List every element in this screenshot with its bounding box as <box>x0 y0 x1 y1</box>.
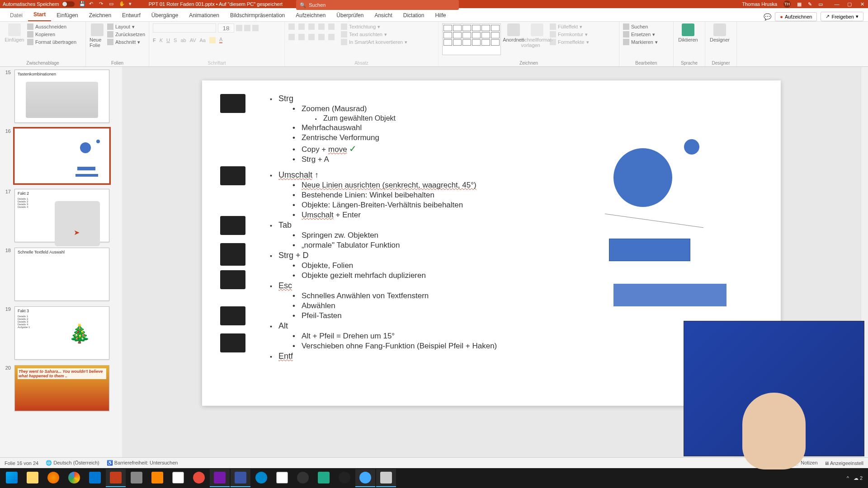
justify-icon[interactable] <box>318 34 325 40</box>
font-size-input[interactable] <box>218 23 234 33</box>
shape-circle-large[interactable] <box>613 148 672 207</box>
tab-view[interactable]: Ansicht <box>369 9 397 21</box>
ribbon-display-icon[interactable]: ▦ <box>797 1 802 7</box>
save-icon[interactable]: 💾 <box>79 1 85 7</box>
comments-icon[interactable]: 💬 <box>764 13 771 20</box>
italic-button[interactable]: K <box>160 38 163 43</box>
shape-rect-2[interactable] <box>613 284 726 306</box>
language-button[interactable]: 🌐 Deutsch (Österreich) <box>46 460 99 466</box>
taskbar-obs[interactable] <box>293 469 313 487</box>
undo-icon[interactable]: ↶ <box>89 1 95 7</box>
share-button[interactable]: ↗Freigeben▾ <box>821 12 863 21</box>
cut-button[interactable]: Ausschneiden <box>27 23 76 30</box>
shadow-button[interactable]: ab <box>180 38 186 43</box>
font-family-input[interactable] <box>153 23 216 33</box>
quick-styles-button[interactable]: Schnellformat-vorlagen <box>526 23 548 48</box>
user-name[interactable]: Thomas Hruska <box>742 1 777 7</box>
dictate-button[interactable]: Diktieren <box>677 23 699 42</box>
tab-dictation[interactable]: Dictation <box>398 9 430 21</box>
format-painter-button[interactable]: Format übertragen <box>27 39 76 45</box>
taskbar-app7[interactable] <box>355 469 375 487</box>
window-icon[interactable]: ▭ <box>818 1 823 7</box>
search-box[interactable]: 🔍 Suchen <box>296 0 459 10</box>
select-button[interactable]: Markieren ▾ <box>623 39 658 45</box>
copy-button[interactable]: Kopieren <box>27 31 76 38</box>
shapes-gallery[interactable] <box>442 23 501 55</box>
increase-indent-icon[interactable] <box>318 23 325 30</box>
increase-font-icon[interactable] <box>236 25 242 31</box>
replace-button[interactable]: Ersetzen ▾ <box>623 31 658 38</box>
tab-draw[interactable]: Zeichnen <box>84 9 117 21</box>
taskbar-app8[interactable] <box>376 469 396 487</box>
shape-effects-button[interactable]: Formeffekte ▾ <box>550 39 589 45</box>
line-spacing-icon[interactable] <box>328 23 335 30</box>
taskbar-firefox[interactable] <box>43 469 63 487</box>
paste-button[interactable]: Einfügen <box>4 23 25 42</box>
taskbar-outlook[interactable] <box>85 469 105 487</box>
numbering-icon[interactable] <box>298 23 305 30</box>
spacing-button[interactable]: AV <box>190 38 196 43</box>
taskbar-visio[interactable] <box>231 469 250 487</box>
taskbar-app4[interactable] <box>272 469 292 487</box>
taskbar-explorer[interactable] <box>23 469 42 487</box>
tab-file[interactable]: Datei <box>5 9 28 21</box>
start-button[interactable] <box>2 469 22 487</box>
slide-thumbnails[interactable]: 15 Tastenkombinationen 16 17 Fakt 2 Deta… <box>0 67 122 457</box>
accessibility-button[interactable]: ♿ Barrierefreiheit: Untersuchen <box>107 460 178 466</box>
designer-button[interactable]: Designer <box>709 23 731 42</box>
document-title[interactable]: PPT 01 Roter Faden 001.pptx • Auf "diese… <box>149 1 283 7</box>
shape-circle-small[interactable] <box>684 139 699 155</box>
thumbnail-20[interactable]: They went to Sahara... You wouldn't beli… <box>14 365 109 411</box>
taskbar-powerpoint[interactable] <box>106 469 126 487</box>
record-button[interactable]: ●Aufzeichnen <box>775 12 817 21</box>
tab-insert[interactable]: Einfügen <box>51 9 83 21</box>
new-slide-button[interactable]: Neue Folie <box>90 23 105 48</box>
taskbar-app1[interactable] <box>127 469 146 487</box>
qat-more-icon[interactable]: ▾ <box>129 1 135 7</box>
close-button[interactable]: ✕ <box>859 1 865 7</box>
taskbar-onenote[interactable] <box>210 469 230 487</box>
taskbar-app5[interactable] <box>314 469 334 487</box>
layout-button[interactable]: Layout ▾ <box>107 23 145 30</box>
display-settings-button[interactable]: 🖥 Anzeigeeinstell <box>824 460 863 466</box>
pen-icon[interactable]: ✎ <box>808 1 812 7</box>
tab-record[interactable]: Aufzeichnen <box>290 9 331 21</box>
taskbar-app2[interactable] <box>168 469 188 487</box>
smartart-button[interactable]: In SmartArt konvertieren ▾ <box>341 39 407 45</box>
user-avatar[interactable]: TH <box>783 0 791 8</box>
highlight-button[interactable] <box>209 37 216 43</box>
tab-help[interactable]: Hilfe <box>429 9 451 21</box>
font-color-button[interactable]: A <box>219 37 222 43</box>
slide-content[interactable]: Strg Zoomen (Mausrad) Zum gewählten Obje… <box>220 94 763 361</box>
columns-icon[interactable] <box>328 34 335 40</box>
section-button[interactable]: Abschnitt ▾ <box>107 39 145 45</box>
maximize-button[interactable]: ▢ <box>846 1 853 7</box>
strikethrough-button[interactable]: S <box>174 38 177 43</box>
tray-chevron-icon[interactable]: ^ <box>847 475 849 481</box>
tab-slideshow[interactable]: Bildschirmpräsentation <box>225 9 290 21</box>
thumbnail-18[interactable]: Schnelle Textfeld Auswahl <box>14 248 109 301</box>
taskbar-app3[interactable] <box>189 469 209 487</box>
tab-review[interactable]: Überprüfen <box>331 9 369 21</box>
align-left-icon[interactable] <box>288 34 295 40</box>
slideshow-icon[interactable]: ▭ <box>109 1 115 7</box>
taskbar-vlc[interactable] <box>147 469 167 487</box>
align-center-icon[interactable] <box>298 34 305 40</box>
taskbar-telegram[interactable] <box>251 469 271 487</box>
bold-button[interactable]: F <box>153 38 156 43</box>
tab-animations[interactable]: Animationen <box>184 9 225 21</box>
minimize-button[interactable]: — <box>834 1 840 7</box>
underline-button[interactable]: U <box>166 38 170 43</box>
align-text-button[interactable]: Text ausrichten ▾ <box>341 31 407 38</box>
decrease-font-icon[interactable] <box>244 25 250 31</box>
case-button[interactable]: Aa <box>199 38 205 43</box>
thumbnail-17[interactable]: Fakt 2 Details 1Details 2Details 3Detail… <box>14 189 109 242</box>
decrease-indent-icon[interactable] <box>308 23 315 30</box>
touch-icon[interactable]: ✋ <box>119 1 125 7</box>
thumbnail-19[interactable]: Fakt 3 Details 1Details 2Details 3Detail… <box>14 306 109 360</box>
taskbar-chrome[interactable] <box>64 469 84 487</box>
redo-icon[interactable]: ↷ <box>99 1 105 7</box>
system-tray[interactable]: ^ ☁ 2 <box>847 475 866 481</box>
text-direction-button[interactable]: Textrichtung ▾ <box>341 23 407 30</box>
tab-design[interactable]: Entwurf <box>117 9 146 21</box>
